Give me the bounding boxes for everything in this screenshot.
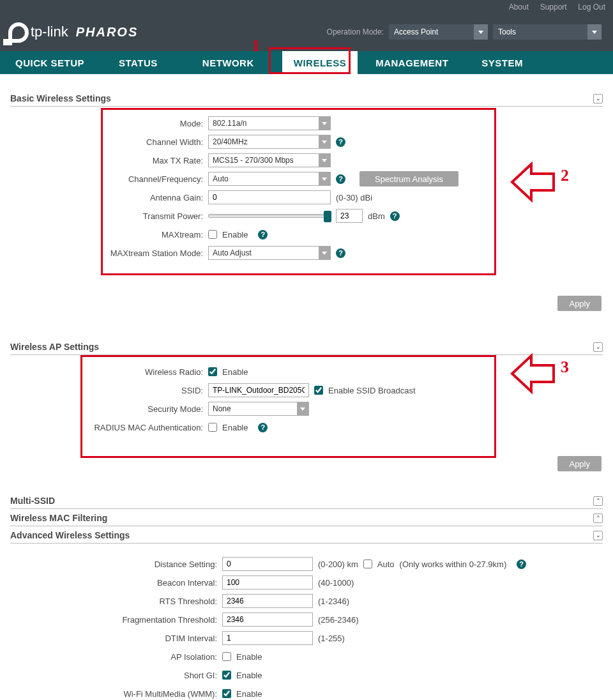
advanced-wireless-title: Advanced Wireless Settings (10, 530, 130, 540)
basic-wireless-title: Basic Wireless Settings (10, 93, 111, 103)
channel-width-select[interactable]: 20/40MHz (208, 135, 331, 149)
chevron-down-icon (319, 154, 330, 167)
chevron-down-icon (319, 172, 330, 185)
top-links-bar: About Support Log Out (0, 0, 613, 13)
transmit-power-slider[interactable] (208, 214, 331, 218)
short-gi-checkbox[interactable] (222, 671, 231, 680)
ap-iso-enable-text: Enable (236, 652, 262, 662)
multi-ssid-section: Multi-SSID ⌃ (10, 496, 603, 509)
wireless-radio-checkbox[interactable] (208, 367, 217, 376)
mac-filter-title: Wireless MAC Filtering (10, 513, 107, 523)
logo-group: tp-link PHAROS (0, 19, 138, 45)
tools-select[interactable]: Tools (493, 24, 602, 40)
channel-freq-select[interactable]: Auto (208, 172, 331, 186)
help-icon[interactable]: ? (336, 174, 345, 184)
collapse-toggle[interactable]: ⌄ (593, 342, 603, 352)
chevron-down-icon (474, 24, 488, 40)
collapse-toggle[interactable]: ⌄ (593, 531, 603, 540)
tplink-logo: tp-link (3, 19, 68, 45)
apply-button[interactable]: Apply (557, 296, 602, 311)
nav-management[interactable]: MANAGEMENT (364, 51, 460, 74)
transmit-power-label: Transmit Power: (10, 211, 208, 221)
antenna-gain-hint: (0-30) dBi (336, 193, 372, 202)
operation-mode-select[interactable]: Access Point (389, 24, 488, 40)
basic-wireless-body: Mode: 802.11a/n Channel Width: 20/40MHz … (10, 107, 603, 291)
rts-input[interactable] (222, 594, 313, 608)
beacon-hint: (40-1000) (318, 578, 354, 588)
ssid-input[interactable] (208, 383, 309, 397)
operation-mode-label: Operation Mode: (327, 27, 384, 36)
radius-mac-checkbox[interactable] (208, 423, 217, 432)
max-tx-rate-select[interactable]: MCS15 - 270/300 Mbps (208, 153, 331, 167)
expand-toggle[interactable]: ⌃ (593, 514, 603, 523)
nav-quick-setup[interactable]: QUICK SETUP (4, 51, 96, 74)
channel-width-label: Channel Width: (10, 137, 208, 147)
expand-toggle[interactable]: ⌃ (593, 496, 603, 506)
nav-status[interactable]: STATUS (107, 51, 169, 74)
help-icon[interactable]: ? (258, 423, 268, 432)
wmm-checkbox[interactable] (222, 689, 231, 698)
transmit-power-unit: dBm (368, 211, 385, 221)
maxtream-enable-text: Enable (222, 230, 248, 240)
about-link[interactable]: About (509, 3, 529, 11)
help-icon[interactable]: ? (517, 559, 526, 569)
header-controls: Operation Mode: Access Point Tools (327, 24, 602, 40)
antenna-gain-input[interactable] (208, 190, 331, 204)
help-icon[interactable]: ? (336, 137, 345, 147)
maxtream-checkbox[interactable] (208, 230, 217, 239)
mac-filter-section: Wireless MAC Filtering ⌃ (10, 513, 603, 526)
multi-ssid-header: Multi-SSID ⌃ (10, 496, 603, 509)
chevron-down-icon (319, 135, 330, 148)
collapse-toggle[interactable]: ⌄ (593, 94, 603, 103)
distance-hint: (0-200) km (318, 559, 358, 569)
frag-label: Fragmentation Threshold: (10, 615, 222, 625)
wireless-radio-label: Wireless Radio: (10, 367, 208, 377)
distance-input[interactable] (222, 557, 313, 571)
beacon-input[interactable] (222, 575, 313, 590)
wmm-label: Wi-Fi MultiMedia (WMM): (10, 689, 222, 699)
advanced-wireless-header: Advanced Wireless Settings ⌄ (10, 530, 603, 544)
rts-label: RTS Threshold: (10, 597, 222, 606)
ap-iso-checkbox[interactable] (222, 652, 231, 661)
help-icon[interactable]: ? (258, 230, 268, 240)
wireless-ap-section: Wireless AP Settings ⌄ Wireless Radio: E… (10, 342, 603, 471)
maxtream-label: MAXtream: (10, 230, 208, 240)
tools-value: Tools (498, 27, 516, 36)
chevron-down-icon (319, 117, 330, 130)
content-area: Basic Wireless Settings ⌄ Mode: 802.11a/… (0, 74, 613, 700)
ssid-broadcast-checkbox[interactable] (314, 386, 323, 395)
slider-thumb[interactable] (324, 211, 331, 222)
chevron-down-icon (587, 24, 602, 40)
wireless-ap-title: Wireless AP Settings (10, 342, 99, 352)
dtim-input[interactable] (222, 631, 313, 645)
dtim-label: DTIM Interval: (10, 634, 222, 643)
operation-mode-value: Access Point (394, 27, 438, 36)
dtim-hint: (1-255) (318, 634, 345, 643)
maxtream-station-select[interactable]: Auto Adjust (208, 246, 331, 260)
logout-link[interactable]: Log Out (578, 3, 605, 11)
chevron-down-icon (319, 247, 330, 259)
basic-wireless-header: Basic Wireless Settings ⌄ (10, 93, 603, 107)
wmm-enable-text: Enable (236, 689, 262, 699)
nav-network[interactable]: NETWORK (191, 51, 266, 74)
tplink-logo-icon (3, 19, 29, 45)
spectrum-analysis-button[interactable]: Spectrum Analysis (359, 171, 458, 186)
nav-wireless[interactable]: WIRELESS (282, 51, 358, 74)
frag-hint: (256-2346) (318, 615, 359, 625)
radius-mac-label: RADIUS MAC Authentication: (10, 423, 208, 432)
security-mode-label: Security Mode: (10, 404, 208, 414)
maxtream-station-label: MAXtream Station Mode: (10, 248, 208, 258)
mode-select[interactable]: 802.11a/n (208, 116, 331, 130)
distance-label: Distance Setting: (10, 559, 222, 569)
transmit-power-input[interactable] (336, 209, 363, 223)
frag-input[interactable] (222, 612, 313, 627)
support-link[interactable]: Support (540, 3, 567, 11)
nav-system[interactable]: SYSTEM (470, 51, 534, 74)
help-icon[interactable]: ? (336, 248, 345, 258)
ssid-broadcast-text: Enable SSID Broadcast (328, 386, 416, 395)
distance-auto-checkbox[interactable] (363, 559, 372, 568)
apply-button[interactable]: Apply (557, 456, 602, 471)
advanced-wireless-body: Distance Setting: (0-200) km Auto (Only … (10, 544, 603, 700)
security-mode-select[interactable]: None (208, 402, 309, 416)
help-icon[interactable]: ? (390, 211, 400, 221)
